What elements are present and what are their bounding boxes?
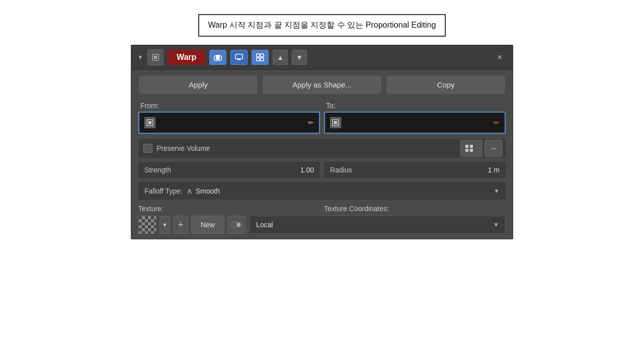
new-texture-button[interactable]: New bbox=[191, 216, 224, 234]
falloff-row[interactable]: Falloff Type: ∧ Smooth ▼ bbox=[138, 182, 506, 200]
texture-type-dropdown[interactable]: ▼ bbox=[159, 216, 170, 234]
coords-value: Local bbox=[256, 221, 273, 229]
svg-point-2 bbox=[216, 56, 220, 60]
texture-toggle-button[interactable] bbox=[227, 216, 246, 234]
grid-dots bbox=[465, 145, 478, 152]
svg-rect-11 bbox=[257, 58, 260, 61]
bottom-row: ▼ + New Local ▼ bbox=[138, 216, 506, 234]
svg-rect-8 bbox=[257, 54, 260, 57]
panel-body: Apply Apply as Shape... Copy From: To: ✏ bbox=[131, 70, 513, 239]
svg-rect-5 bbox=[235, 54, 243, 59]
from-input-field[interactable]: ✏ bbox=[138, 112, 320, 134]
camera-icon[interactable] bbox=[209, 50, 226, 65]
to-label: To: bbox=[324, 102, 506, 110]
horizontal-arrows-icon[interactable]: ↔ bbox=[485, 140, 503, 157]
strength-label: Strength bbox=[144, 166, 171, 174]
to-eyedropper-icon[interactable]: ✏ bbox=[494, 119, 500, 127]
preserve-volume-label: Preserve Volume bbox=[156, 144, 210, 152]
from-eyedropper-icon[interactable]: ✏ bbox=[308, 119, 314, 127]
radius-value: 1 m bbox=[488, 166, 500, 174]
action-buttons-row: Apply Apply as Shape... Copy bbox=[138, 75, 506, 95]
radius-field[interactable]: Radius 1 m bbox=[324, 162, 506, 178]
strength-field[interactable]: Strength 1.00 bbox=[138, 162, 320, 178]
texture-label: Texture: bbox=[138, 205, 320, 213]
preserve-right: ↔ bbox=[325, 140, 505, 157]
add-texture-button[interactable]: + bbox=[173, 216, 188, 234]
svg-rect-15 bbox=[334, 121, 337, 124]
svg-rect-1 bbox=[154, 56, 157, 59]
close-button[interactable]: × bbox=[493, 50, 507, 64]
preserve-volume-row: Preserve Volume ↔ bbox=[138, 139, 506, 158]
texture-thumbnail[interactable] bbox=[138, 216, 156, 234]
falloff-dropdown-arrow-icon: ▼ bbox=[494, 188, 500, 195]
warp-button[interactable]: Warp bbox=[168, 50, 205, 65]
arrow-up-icon[interactable]: ▲ bbox=[273, 50, 288, 65]
collapse-triangle-icon[interactable]: ▼ bbox=[137, 54, 143, 61]
grid-layout-icon[interactable] bbox=[460, 140, 482, 157]
falloff-value: Smooth bbox=[196, 187, 494, 195]
tooltip-box: Warp 시작 지점과 끝 지점을 지정할 수 있는 Proportional … bbox=[198, 14, 446, 37]
svg-rect-10 bbox=[261, 58, 264, 61]
preserve-left: Preserve Volume bbox=[139, 141, 325, 156]
falloff-type-label: Falloff Type: bbox=[144, 187, 183, 195]
from-to-labels: From: To: bbox=[138, 102, 506, 110]
texture-header-row: Texture: Texture Coordinates: bbox=[138, 205, 506, 213]
coords-dropdown[interactable]: Local ▼ bbox=[250, 216, 506, 234]
to-input-field[interactable]: ✏ bbox=[324, 112, 506, 134]
panel-header: ▼ Warp bbox=[131, 45, 513, 70]
from-to-inputs: ✏ ✏ bbox=[138, 112, 506, 134]
strength-value: 1.00 bbox=[300, 166, 314, 174]
svg-point-17 bbox=[236, 223, 240, 227]
texture-coordinates-label: Texture Coordinates: bbox=[324, 205, 506, 213]
transform-icon[interactable] bbox=[252, 50, 269, 65]
texture-controls: ▼ + New bbox=[138, 216, 246, 234]
radius-label: Radius bbox=[330, 166, 352, 174]
preserve-volume-checkbox[interactable] bbox=[143, 144, 152, 153]
object-frame-icon[interactable] bbox=[147, 49, 164, 65]
values-row: Strength 1.00 Radius 1 m bbox=[138, 162, 506, 178]
from-label: From: bbox=[138, 102, 320, 110]
svg-rect-7 bbox=[238, 59, 239, 60]
svg-rect-9 bbox=[261, 54, 264, 57]
apply-button[interactable]: Apply bbox=[138, 75, 258, 95]
monitor-icon[interactable] bbox=[230, 50, 248, 65]
tooltip-text: Warp 시작 지점과 끝 지점을 지정할 수 있는 Proportional … bbox=[208, 21, 436, 29]
coords-dropdown-arrow-icon: ▼ bbox=[493, 221, 499, 228]
apply-as-shape-button[interactable]: Apply as Shape... bbox=[262, 75, 382, 95]
svg-rect-13 bbox=[148, 121, 151, 124]
to-input-icon bbox=[330, 117, 341, 128]
falloff-curve-icon: ∧ bbox=[187, 186, 193, 196]
arrow-down-icon[interactable]: ▼ bbox=[292, 50, 307, 65]
warp-panel: ▼ Warp bbox=[131, 45, 513, 239]
from-input-icon bbox=[144, 117, 155, 128]
copy-button[interactable]: Copy bbox=[386, 75, 506, 95]
